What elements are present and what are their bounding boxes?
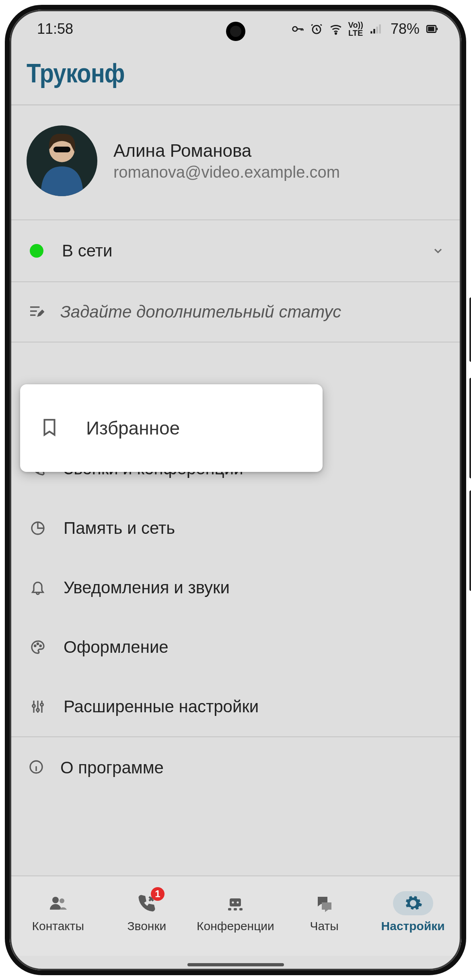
profile-row[interactable]: Алина Романова romanova@video.example.co…	[10, 105, 461, 220]
svg-rect-26	[228, 908, 231, 910]
svg-point-19	[41, 703, 43, 706]
volte-icon: Vo))LTE	[348, 21, 363, 37]
presence-row[interactable]: В сети	[10, 220, 461, 282]
profile-email: romanova@video.example.com	[113, 163, 340, 181]
calls-badge: 1	[151, 887, 165, 901]
nav-label: Чаты	[310, 919, 338, 933]
signal-icon	[369, 22, 383, 36]
nav-calls[interactable]: 1 Звонки	[103, 891, 191, 933]
nav-label: Звонки	[127, 919, 166, 933]
settings-item-memory[interactable]: Память и сеть	[10, 498, 461, 558]
svg-point-2	[335, 33, 336, 34]
nav-conferences[interactable]: Конференции	[191, 891, 280, 933]
pie-chart-icon	[28, 520, 47, 536]
svg-rect-4	[373, 29, 375, 33]
settings-item-advanced[interactable]: Расширенные настройки	[10, 677, 461, 736]
sliders-icon	[28, 699, 47, 715]
palette-icon	[28, 639, 47, 655]
settings-item-label: Уведомления и звуки	[64, 578, 230, 597]
extra-status-row[interactable]: Задайте дополнительный статус	[10, 282, 461, 342]
presence-online-icon	[30, 244, 43, 258]
svg-rect-3	[370, 31, 372, 34]
avatar[interactable]	[27, 125, 97, 196]
edit-lines-icon	[28, 303, 44, 321]
svg-rect-28	[239, 908, 243, 910]
svg-point-16	[40, 645, 41, 646]
front-camera	[226, 22, 245, 41]
svg-point-21	[52, 897, 59, 903]
status-time: 11:58	[37, 21, 73, 37]
gear-icon	[403, 894, 423, 913]
about-label: О программе	[60, 758, 164, 777]
svg-rect-5	[376, 27, 378, 33]
svg-point-18	[37, 709, 39, 711]
svg-rect-8	[428, 27, 434, 31]
contacts-icon	[48, 894, 68, 913]
svg-rect-9	[436, 28, 438, 30]
svg-point-24	[232, 901, 234, 903]
wifi-icon	[329, 22, 343, 36]
svg-point-25	[237, 901, 239, 903]
vpn-key-icon	[290, 22, 304, 36]
settings-item-label: Расширенные настройки	[64, 697, 259, 716]
profile-name: Алина Романова	[113, 141, 340, 161]
nav-settings[interactable]: Настройки	[368, 891, 457, 933]
battery-text: 78%	[391, 21, 420, 37]
nav-label: Контакты	[32, 919, 84, 933]
side-button	[469, 490, 471, 591]
nav-label: Настройки	[381, 919, 445, 933]
svg-point-22	[60, 898, 64, 903]
side-button	[469, 378, 471, 478]
bookmark-icon	[39, 417, 60, 439]
extra-status-placeholder: Задайте дополнительный статус	[60, 302, 341, 322]
nav-contacts[interactable]: Контакты	[14, 891, 103, 933]
settings-item-label: Память и сеть	[64, 519, 175, 538]
settings-item-label: Оформление	[64, 638, 169, 657]
settings-item-appearance[interactable]: Оформление	[10, 617, 461, 677]
home-indicator[interactable]	[187, 963, 284, 966]
svg-point-0	[292, 27, 297, 31]
presence-status-label: В сети	[62, 241, 413, 260]
chats-icon	[315, 894, 334, 913]
device-frame: 11:58 Vo))LTE 78% Труконф Алина Романов	[5, 5, 466, 975]
svg-point-17	[33, 705, 35, 707]
about-row[interactable]: О программе	[10, 737, 461, 798]
alarm-icon	[310, 22, 323, 36]
svg-rect-27	[234, 908, 237, 910]
svg-rect-23	[230, 898, 241, 906]
settings-item-notifications[interactable]: Уведомления и звуки	[10, 558, 461, 617]
conferences-icon	[226, 894, 245, 913]
favorites-card[interactable]: Избранное	[20, 384, 323, 472]
nav-label: Конференции	[197, 919, 274, 933]
svg-rect-6	[379, 25, 381, 34]
favorites-label: Избранное	[86, 417, 180, 439]
svg-point-14	[35, 645, 36, 646]
svg-point-15	[37, 643, 38, 644]
chevron-down-icon	[432, 244, 444, 257]
svg-rect-12	[53, 147, 70, 152]
info-icon	[28, 759, 44, 777]
status-icons: Vo))LTE 78%	[290, 21, 439, 37]
bell-icon	[28, 580, 47, 596]
bottom-navbar: Контакты 1 Звонки Конференции Чаты Н	[10, 875, 461, 956]
side-button	[469, 297, 471, 362]
nav-chats[interactable]: Чаты	[280, 891, 369, 933]
app-title: Труконф	[27, 58, 394, 88]
battery-icon	[425, 22, 439, 36]
